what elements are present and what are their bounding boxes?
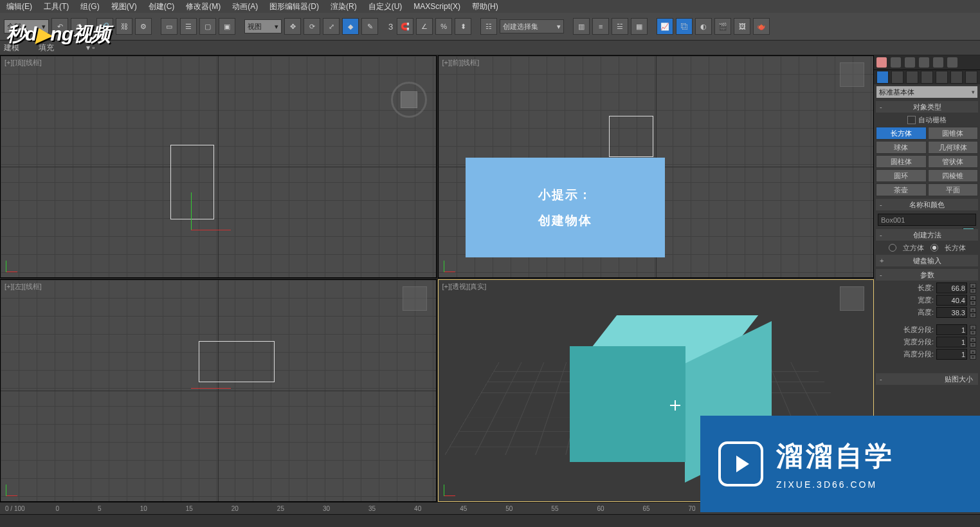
primitive-button[interactable]: 茶壶 — [876, 183, 927, 196]
menu-item[interactable]: 编辑(E) — [6, 1, 32, 12]
ribbon-expand-icon[interactable]: ▾ ▫ — [86, 43, 95, 52]
wrench-icon[interactable] — [947, 57, 957, 68]
window-crossing-icon[interactable]: ▣ — [219, 18, 235, 35]
brush-icon[interactable] — [891, 57, 901, 68]
ribbon-tab-fill[interactable]: 填充 — [39, 42, 54, 53]
menu-item[interactable]: 动画(A) — [232, 1, 258, 12]
pivot-icon[interactable]: ◆ — [342, 18, 359, 35]
snap-toggle-icon[interactable]: 🧲 — [397, 18, 413, 35]
viewcube[interactable] — [840, 62, 864, 87]
primitive-button[interactable]: 平面 — [928, 183, 979, 196]
viewport-label[interactable]: [+][左][线框] — [5, 282, 42, 291]
menu-item[interactable]: 组(G) — [80, 1, 99, 12]
sun-icon[interactable] — [876, 57, 887, 68]
spinner-arrows[interactable]: ▲▼ — [970, 308, 976, 317]
named-sel-icon[interactable]: ☷ — [480, 18, 497, 35]
viewport-top[interactable]: [+][顶][线框] — [0, 55, 437, 278]
rollout-map-size[interactable]: 贴图大小 — [876, 373, 978, 385]
systems-icon[interactable] — [965, 71, 977, 84]
menu-item[interactable]: 渲染(R) — [331, 1, 357, 12]
rollout-keyboard-entry[interactable]: 键盘输入 — [876, 255, 978, 266]
spinner-arrows[interactable]: ▲▼ — [970, 337, 976, 347]
render-setup-icon[interactable]: 🎬 — [714, 18, 731, 35]
shapes-icon[interactable] — [891, 71, 903, 84]
menu-item[interactable]: 帮助(H) — [472, 1, 498, 12]
menu-item[interactable]: 图形编辑器(D) — [269, 1, 319, 12]
menu-item[interactable]: 工具(T) — [44, 1, 69, 12]
radio-cube[interactable] — [889, 244, 896, 252]
geometry-icon[interactable] — [876, 71, 889, 84]
viewcube[interactable] — [391, 82, 427, 118]
menu-item[interactable]: 创建(C) — [149, 1, 175, 12]
height-input[interactable]: 38.3 — [936, 307, 967, 318]
monitor-icon[interactable] — [905, 57, 915, 68]
object-name-input[interactable]: Box001 — [878, 214, 976, 226]
viewport-label[interactable]: [+][前][线框] — [442, 58, 480, 68]
clock-icon[interactable] — [919, 57, 929, 68]
viewport-label[interactable]: [+][顶][线框] — [5, 58, 42, 68]
primitive-button[interactable]: 几何球体 — [928, 141, 979, 154]
filter-select[interactable]: 全部▾ — [4, 19, 49, 33]
render-frame-icon[interactable]: 🖼 — [734, 18, 750, 35]
render-icon[interactable]: 🫖 — [753, 18, 770, 35]
radio-box[interactable] — [930, 244, 938, 252]
undo-icon[interactable]: ↶ — [51, 18, 68, 35]
layers-icon[interactable]: ☱ — [612, 18, 628, 35]
menu-item[interactable]: 自定义(U) — [368, 1, 403, 12]
width-input[interactable]: 40.4 — [936, 295, 967, 306]
spinner-arrows[interactable]: ▲▼ — [970, 349, 976, 359]
rollout-parameters[interactable]: 参数 — [876, 269, 978, 281]
viewcube[interactable] — [403, 286, 427, 311]
spinner-arrows[interactable]: ▲▼ — [970, 283, 976, 293]
graphite-icon[interactable]: ▦ — [631, 18, 648, 35]
rotate-icon[interactable]: ⟳ — [304, 18, 320, 35]
height-segs-input[interactable]: 1 — [936, 349, 967, 360]
angle-snap-icon[interactable]: ∠ — [416, 18, 433, 35]
percent-snap-icon[interactable]: % — [435, 18, 452, 35]
align-icon[interactable]: ≡ — [592, 18, 609, 35]
object-wireframe[interactable] — [199, 341, 275, 382]
primitive-button[interactable]: 圆环 — [876, 169, 927, 182]
link-icon[interactable]: 🔗 — [96, 18, 113, 35]
hammer-icon[interactable] — [933, 57, 943, 68]
helpers-icon[interactable] — [936, 71, 948, 84]
mirror-icon[interactable]: ▥ — [573, 18, 590, 35]
primitive-button[interactable]: 圆柱体 — [876, 155, 927, 168]
viewport-front[interactable]: [+][前][线框] 小提示： 创建物体 — [438, 55, 875, 278]
length-segs-input[interactable]: 1 — [936, 324, 967, 335]
autogrid-checkbox[interactable] — [907, 116, 916, 124]
spinner-snap-icon[interactable]: ⬍ — [455, 18, 471, 35]
subcategory-select[interactable]: 标准基本体 — [876, 86, 977, 98]
schematic-icon[interactable]: ⿻ — [676, 18, 693, 35]
object-wireframe[interactable] — [609, 116, 653, 157]
primitive-button[interactable]: 长方体 — [876, 127, 927, 140]
primitive-button[interactable]: 四棱锥 — [928, 169, 979, 182]
menu-item[interactable]: 视图(V) — [111, 1, 137, 12]
rollout-object-type[interactable]: 对象类型 — [876, 101, 978, 113]
refcoord-select[interactable]: 视图▾ — [244, 19, 282, 33]
menu-item[interactable]: 修改器(M) — [186, 1, 221, 12]
bind-icon[interactable]: ⚙ — [135, 18, 152, 35]
select-region-icon[interactable]: ▢ — [199, 18, 216, 35]
cameras-icon[interactable] — [921, 71, 933, 84]
width-segs-input[interactable]: 1 — [936, 337, 967, 347]
lights-icon[interactable] — [906, 71, 918, 84]
spacewarps-icon[interactable] — [950, 71, 963, 84]
redo-icon[interactable]: ↷ — [71, 18, 87, 35]
rollout-name-color[interactable]: 名称和颜色 — [876, 199, 978, 210]
select-icon[interactable]: ▭ — [161, 18, 177, 35]
material-editor-icon[interactable]: ◐ — [695, 18, 712, 35]
viewcube[interactable] — [840, 286, 864, 311]
manip-icon[interactable]: ✎ — [361, 18, 378, 35]
viewport-left[interactable]: [+][左][线框] — [0, 279, 437, 502]
spinner-arrows[interactable]: ▲▼ — [970, 325, 976, 335]
spinner-arrows[interactable]: ▲▼ — [970, 295, 976, 305]
length-input[interactable]: 66.8 — [936, 282, 967, 293]
viewport-label[interactable]: [+][透视][真实] — [442, 282, 487, 291]
curve-editor-icon[interactable]: 📈 — [657, 18, 673, 35]
rollout-creation-method[interactable]: 创建方法 — [876, 229, 978, 241]
scale-icon[interactable]: ⤢ — [323, 18, 340, 35]
select-name-icon[interactable]: ☰ — [180, 18, 197, 35]
unlink-icon[interactable]: ⛓ — [116, 18, 132, 35]
named-selection-select[interactable]: 创建选择集▾ — [500, 19, 564, 33]
